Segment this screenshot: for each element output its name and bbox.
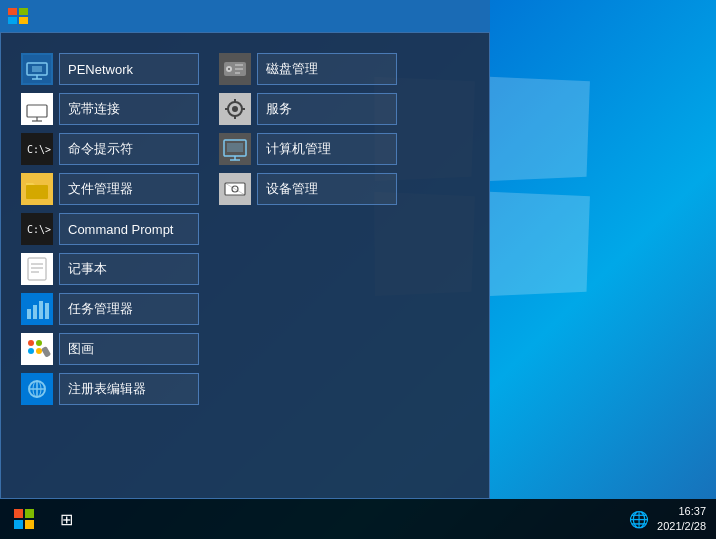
services-label: 服务 (257, 93, 397, 125)
svg-point-33 (36, 348, 42, 354)
taskbar-right: 🌐 16:37 2021/2/28 (629, 504, 716, 535)
devmgmt-icon (219, 173, 251, 205)
app-content: PENetwork 宽带连接 (1, 33, 489, 425)
diskmgmt-label: 磁盘管理 (257, 53, 397, 85)
desktop: PENetwork 宽带连接 (0, 0, 716, 539)
regedit-icon (21, 373, 53, 405)
menu-item-cmd-cn[interactable]: C:\> 命令提示符 (21, 133, 199, 165)
svg-rect-16 (26, 185, 48, 199)
menu-item-taskmgr[interactable]: 任务管理器 (21, 293, 199, 325)
svg-rect-0 (8, 8, 17, 15)
cmd-cn-label: 命令提示符 (59, 133, 199, 165)
menu-item-paint[interactable]: 图画 (21, 333, 199, 365)
svg-rect-8 (32, 66, 42, 72)
svg-rect-3 (19, 17, 28, 24)
svg-text:C:\>: C:\> (27, 144, 51, 155)
menu-item-penetwork[interactable]: PENetwork (21, 53, 199, 85)
taskbar-date-display: 2021/2/28 (657, 519, 706, 534)
notepad-icon (21, 253, 53, 285)
menu-item-diskmgmt[interactable]: 磁盘管理 (219, 53, 397, 85)
search-button[interactable]: ⊞ (48, 499, 84, 539)
svg-rect-65 (14, 520, 23, 529)
services-icon (219, 93, 251, 125)
cmd-cn-icon: C:\> (21, 133, 53, 165)
devmgmt-label: 设备管理 (257, 173, 397, 205)
menu-item-cmdprompt[interactable]: C:\> Command Prompt (21, 213, 199, 245)
svg-point-43 (228, 68, 230, 70)
regedit-label: 注册表编辑器 (59, 373, 199, 405)
left-column: PENetwork 宽带连接 (21, 53, 199, 405)
penetwork-label: PENetwork (59, 53, 199, 85)
notepad-label: 记事本 (59, 253, 199, 285)
right-column: 磁盘管理 服务 (219, 53, 397, 405)
svg-point-30 (28, 340, 34, 346)
taskbar-clock: 16:37 2021/2/28 (657, 504, 706, 535)
svg-rect-25 (27, 309, 31, 319)
svg-rect-27 (39, 301, 43, 319)
filemgr-label: 文件管理器 (59, 173, 199, 205)
svg-rect-58 (227, 143, 243, 152)
svg-rect-66 (25, 520, 34, 529)
menu-item-broadband[interactable]: 宽带连接 (21, 93, 199, 125)
svg-rect-26 (33, 305, 37, 319)
svg-point-32 (28, 348, 34, 354)
svg-rect-28 (45, 303, 49, 319)
menu-item-regedit[interactable]: 注册表编辑器 (21, 373, 199, 405)
svg-rect-64 (25, 509, 34, 518)
start-button[interactable] (0, 499, 48, 539)
svg-point-31 (36, 340, 42, 346)
broadband-label: 宽带连接 (59, 93, 199, 125)
menu-item-compmgmt[interactable]: 计算机管理 (219, 133, 397, 165)
globe-icon: 🌐 (629, 510, 649, 529)
titlebar (0, 0, 490, 32)
titlebar-icon (8, 8, 28, 24)
menu-item-devmgmt[interactable]: 设备管理 (219, 173, 397, 205)
menu-item-services[interactable]: 服务 (219, 93, 397, 125)
taskmgr-label: 任务管理器 (59, 293, 199, 325)
svg-point-49 (232, 106, 238, 112)
menu-item-notepad[interactable]: 记事本 (21, 253, 199, 285)
compmgmt-icon (219, 133, 251, 165)
paint-icon (21, 333, 53, 365)
menu-item-filemgr[interactable]: 文件管理器 (21, 173, 199, 205)
taskbar: ⊞ 🌐 16:37 2021/2/28 (0, 499, 716, 539)
cmdprompt-label: Command Prompt (59, 213, 199, 245)
app-window: PENetwork 宽带连接 (0, 32, 490, 499)
paint-label: 图画 (59, 333, 199, 365)
svg-rect-20 (28, 258, 46, 280)
taskbar-time-display: 16:37 (657, 504, 706, 519)
svg-rect-63 (14, 509, 23, 518)
diskmgmt-icon (219, 53, 251, 85)
penetwork-icon (21, 53, 53, 85)
taskmgr-icon (21, 293, 53, 325)
filemgr-icon (21, 173, 53, 205)
broadband-icon (21, 93, 53, 125)
svg-rect-2 (8, 17, 17, 24)
compmgmt-label: 计算机管理 (257, 133, 397, 165)
cmdprompt-icon: C:\> (21, 213, 53, 245)
svg-text:C:\>: C:\> (27, 224, 51, 235)
svg-rect-1 (19, 8, 28, 15)
